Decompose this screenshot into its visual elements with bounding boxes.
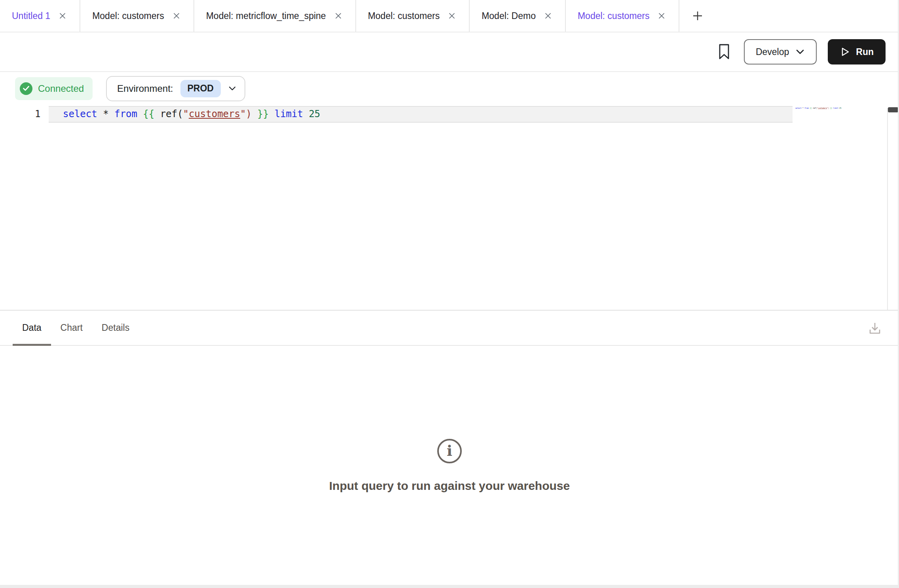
results-empty-state: i Input query to run against your wareho… <box>0 346 899 586</box>
chevron-down-icon <box>795 49 805 55</box>
code-token-string_link: customers <box>818 107 827 109</box>
download-icon <box>867 320 883 336</box>
code-token-plain: * <box>97 108 114 119</box>
editor-scrollbar-thumb[interactable] <box>888 107 898 112</box>
code-editor[interactable]: 1 select * from {{ ref("customers") }} l… <box>0 105 899 310</box>
close-icon <box>58 11 67 21</box>
tab-close-button[interactable] <box>447 11 457 21</box>
ide-window: Untitled 1Model: customersModel: metricf… <box>0 0 899 588</box>
editor-minimap[interactable]: select * from {{ ref("customers") }} lim… <box>795 107 841 109</box>
close-icon <box>447 11 457 21</box>
results-tab-data[interactable]: Data <box>13 311 51 345</box>
plus-icon <box>692 10 704 22</box>
tab-bar: Untitled 1Model: customersModel: metricf… <box>0 0 899 32</box>
tab-label: Model: customers <box>92 11 164 21</box>
connection-badge: Connected <box>15 77 93 100</box>
code-token-string: " <box>240 108 246 119</box>
editor-tab-4[interactable]: Model: Demo <box>470 0 566 32</box>
results-panel: DataChartDetails i Input query to run ag… <box>0 310 899 586</box>
editor-scrollbar-track <box>887 108 888 310</box>
run-label: Run <box>856 47 874 57</box>
window-bottom-edge <box>0 585 899 588</box>
play-icon <box>840 47 850 57</box>
code-token-plain <box>269 108 274 119</box>
results-tab-label: Data <box>22 322 42 333</box>
tab-close-button[interactable] <box>333 11 343 21</box>
close-icon <box>172 11 181 21</box>
check-icon <box>23 85 30 91</box>
code-token-keyword: from <box>114 108 137 119</box>
code-token-plain: * <box>801 107 804 109</box>
code-token-plain: ref( <box>154 108 183 119</box>
bookmark-icon <box>717 43 731 61</box>
code-token-keyword: from <box>804 107 808 109</box>
connection-status-label: Connected <box>38 83 84 94</box>
code-token-string: " <box>183 108 188 119</box>
new-tab-button[interactable] <box>679 0 716 32</box>
results-tab-label: Chart <box>61 322 83 333</box>
editor-tab-3[interactable]: Model: customers <box>356 0 470 32</box>
tab-label: Model: metricflow_time_spine <box>206 11 326 21</box>
tab-close-button[interactable] <box>656 11 667 21</box>
environment-label: Environment: <box>117 83 173 94</box>
editor-tab-1[interactable]: Model: customers <box>80 0 194 32</box>
info-icon: i <box>437 439 462 463</box>
environment-value-badge: PROD <box>180 80 221 97</box>
code-token-plain <box>303 108 309 119</box>
tab-label: Model: customers <box>368 11 440 21</box>
code-token-keyword: select <box>63 108 97 119</box>
tab-close-button[interactable] <box>543 11 553 21</box>
editor-tab-0[interactable]: Untitled 1 <box>0 0 80 32</box>
editor-tab-2[interactable]: Model: metricflow_time_spine <box>194 0 356 32</box>
empty-state-message: Input query to run against your warehous… <box>329 479 570 493</box>
line-number: 1 <box>35 106 40 123</box>
status-bar: Connected Environment: PROD <box>0 72 899 105</box>
results-tab-bar: DataChartDetails <box>0 311 899 346</box>
editor-tab-5[interactable]: Model: customers <box>566 0 680 32</box>
code-token-string_link: customers <box>189 108 240 119</box>
tab-label: Model: customers <box>578 11 650 21</box>
tab-bar-filler <box>716 0 899 32</box>
results-tab-details[interactable]: Details <box>92 311 139 345</box>
code-token-keyword: limit <box>833 107 838 109</box>
tab-label: Untitled 1 <box>12 11 50 21</box>
code-line[interactable]: select * from {{ ref("customers") }} lim… <box>63 106 320 123</box>
tab-close-button[interactable] <box>171 11 182 21</box>
code-token-string: ) <box>246 108 251 119</box>
results-tab-label: Details <box>102 322 129 333</box>
code-token-keyword: limit <box>275 108 303 119</box>
code-token-number: 25 <box>309 108 320 119</box>
develop-label: Develop <box>756 47 789 57</box>
tab-label: Model: Demo <box>482 11 536 21</box>
code-token-number: 25 <box>839 107 841 109</box>
run-button[interactable]: Run <box>828 39 886 64</box>
bookmark-button[interactable] <box>715 41 733 63</box>
close-icon <box>334 11 343 21</box>
toolbar: Develop Run <box>0 32 899 72</box>
code-token-plain: ref( <box>812 107 817 109</box>
code-token-brace: }} <box>257 108 269 119</box>
tab-close-button[interactable] <box>57 11 68 21</box>
chevron-down-icon <box>228 86 237 91</box>
close-icon <box>543 11 553 21</box>
code-token-plain <box>252 108 257 119</box>
environment-selector[interactable]: Environment: PROD <box>106 76 245 101</box>
code-token-brace: {{ <box>143 108 154 119</box>
code-token-keyword: select <box>795 107 801 109</box>
connected-dot <box>20 82 32 95</box>
develop-button[interactable]: Develop <box>744 39 817 64</box>
results-tab-chart[interactable]: Chart <box>51 311 92 345</box>
download-button[interactable] <box>867 320 883 336</box>
code-token-plain <box>137 108 143 119</box>
close-icon <box>657 11 666 21</box>
